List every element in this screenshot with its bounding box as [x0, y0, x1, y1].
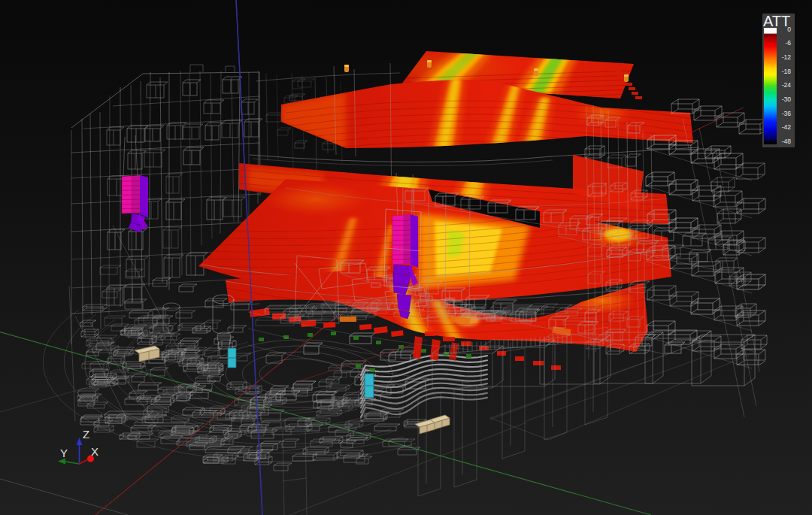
svg-text:-6: -6 — [785, 39, 791, 47]
svg-text:-48: -48 — [782, 138, 792, 145]
svg-text:Z: Z — [83, 428, 89, 441]
svg-text:X: X — [91, 445, 98, 458]
svg-text:-42: -42 — [782, 123, 792, 131]
svg-text:-24: -24 — [782, 81, 792, 89]
svg-text:-18: -18 — [782, 68, 792, 75]
svg-text:0: 0 — [787, 26, 791, 33]
svg-text:-36: -36 — [782, 110, 792, 117]
svg-text:-12: -12 — [782, 53, 792, 61]
svg-text:Y: Y — [60, 447, 68, 459]
svg-text:-30: -30 — [782, 95, 792, 103]
svg-text:ATT: ATT — [763, 13, 790, 29]
